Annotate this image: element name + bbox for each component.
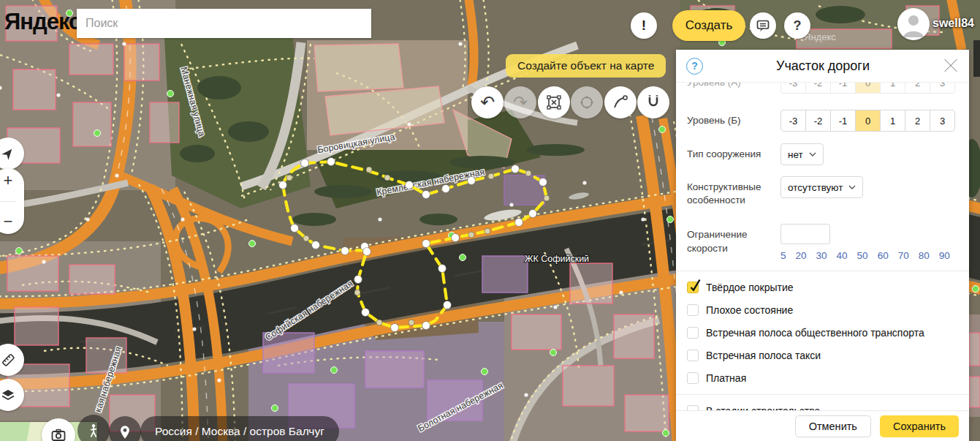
speed-quick-link[interactable]: 80 [919,250,930,261]
zoom-out-button[interactable]: − [0,214,24,230]
checkbox-unchecked[interactable] [687,350,699,361]
checkbox-unchecked[interactable] [687,372,699,384]
breadcrumb-text: Россия / Москва / остров Балчуг [155,425,324,438]
speed-quick-link[interactable]: 70 [898,250,909,261]
features-row: Конструктивные особенности отсутствуют [687,176,958,207]
tooltip-text: Создайте объект на карте [517,59,654,72]
cancel-button-label: Отменить [809,421,857,432]
checkbox-checked[interactable] [687,282,699,293]
pedestrian-icon [86,423,102,439]
speed-quick-links: 5 20 30 40 50 60 70 80 90 [780,250,950,261]
chat-icon [756,18,770,33]
zoom-control: + − [0,168,24,234]
road-section-panel: ? Участок дороги Уровень (А) -3 -2 -1 0 … [676,50,969,441]
speed-quick-link[interactable]: 90 [939,250,950,261]
checkbox-row-under-construction[interactable]: В стадии строительства [687,404,958,410]
select-area-icon [545,94,563,111]
section-divider [676,271,969,271]
level-b-option[interactable]: 3 [930,110,955,132]
chevron-down-icon [848,185,856,189]
speed-quick-link[interactable]: 50 [857,250,868,261]
zoom-divider [0,201,16,202]
level-b-option-selected[interactable]: 0 [855,110,881,132]
level-a-option[interactable]: 3 [930,83,955,94]
level-a-label: Уровень (А) [687,83,780,89]
checkbox-label: Платная [706,372,746,384]
checkbox-row-oncoming-taxi[interactable]: Встречная полоса такси [687,349,958,362]
level-b-option[interactable]: -1 [830,110,856,132]
speed-limit-row: Ограничение скорости 5 20 30 40 50 60 70… [687,224,958,261]
camera-icon [50,426,67,441]
features-value: отсутствуют [788,182,843,193]
level-a-option[interactable]: 1 [880,83,905,94]
checkbox-row-bad-condition[interactable]: Плохое состояние [687,304,958,317]
features-select[interactable]: отсутствуют [780,176,863,198]
circle-tool-icon [578,94,596,111]
layers-icon [0,386,17,404]
chevron-down-icon [809,152,816,157]
checkbox-label: Встречная полоса общественного транспорт… [706,327,924,339]
cancel-button[interactable]: Отменить [795,415,871,437]
panel-header: ? Участок дороги [676,50,969,83]
avatar[interactable] [897,8,930,40]
speed-quick-link[interactable]: 5 [780,250,786,261]
notifications-button[interactable]: ! [631,12,657,39]
checkbox-unchecked[interactable] [687,304,699,316]
user-silhouette-icon [897,8,930,40]
level-b-option[interactable]: -3 [780,110,806,132]
speed-quick-link[interactable]: 60 [878,250,889,261]
close-icon[interactable] [943,58,959,74]
help-button[interactable]: ? [784,12,810,39]
yandex-logo[interactable]: Яндекс [4,9,80,35]
level-a-option-selected[interactable]: 0 [855,83,881,94]
topology-tool-button[interactable] [604,86,637,118]
checkbox-label: Встречная полоса такси [706,350,821,361]
level-a-row: Уровень (А) -3 -2 -1 0 1 2 3 [687,83,958,94]
checkbox-row-oncoming-public-transport[interactable]: Встречная полоса общественного транспорт… [687,326,958,339]
checkbox-label: Твёрдое покрытие [706,282,794,293]
panel-footer: Отменить Сохранить [676,410,969,441]
checkbox-row-paid[interactable]: Платная [687,372,958,385]
level-a-option[interactable]: -2 [805,83,831,94]
redo-button[interactable]: ↷ [504,86,536,118]
redo-icon: ↷ [513,92,528,113]
question-icon: ? [794,18,802,34]
create-button[interactable]: Создать [672,10,745,41]
level-b-option[interactable]: 2 [905,110,930,132]
structure-type-label: Тип сооружения [687,143,780,161]
save-button[interactable]: Сохранить [880,415,959,437]
breadcrumb[interactable]: Россия / Москва / остров Балчуг [140,416,339,441]
level-b-row: Уровень (Б) -3 -2 -1 0 1 2 3 [687,110,958,132]
feedback-button[interactable] [750,12,776,39]
level-b-option[interactable]: 1 [880,110,905,132]
location-pin-icon [117,424,133,440]
speed-quick-link[interactable]: 20 [796,250,807,261]
select-area-button[interactable] [538,86,570,118]
structure-type-value: нет [788,149,803,160]
level-a-option[interactable]: -3 [780,83,806,94]
magnet-tool-button[interactable] [637,86,669,118]
speed-limit-label: Ограничение скорости [687,224,780,255]
checkbox-row-hard-surface[interactable]: Твёрдое покрытие [687,281,958,294]
topology-tool-icon [612,94,629,111]
checkbox-unchecked[interactable] [687,405,699,410]
speed-quick-link[interactable]: 40 [837,250,848,261]
search-input[interactable] [77,9,371,38]
panel-help-icon[interactable]: ? [686,58,703,75]
level-a-option[interactable]: 2 [905,83,930,94]
checkbox-label: В стадии строительства [706,405,820,410]
pedestrian-mode-button[interactable] [77,415,110,441]
panel-title: Участок дороги [703,59,943,74]
zoom-in-button[interactable]: + [0,173,24,189]
speed-limit-input[interactable] [780,224,830,244]
speed-quick-link[interactable]: 30 [816,250,827,261]
level-a-option[interactable]: -1 [830,83,856,94]
undo-icon: ↶ [480,92,495,113]
checkbox-unchecked[interactable] [687,327,699,339]
level-b-option[interactable]: -2 [805,110,831,132]
username-label[interactable]: swell84 [932,17,974,30]
circle-tool-button[interactable] [571,86,603,118]
undo-button[interactable]: ↶ [471,86,504,118]
street-label: ЖК Софийский [525,254,589,264]
structure-type-select[interactable]: нет [780,143,824,165]
